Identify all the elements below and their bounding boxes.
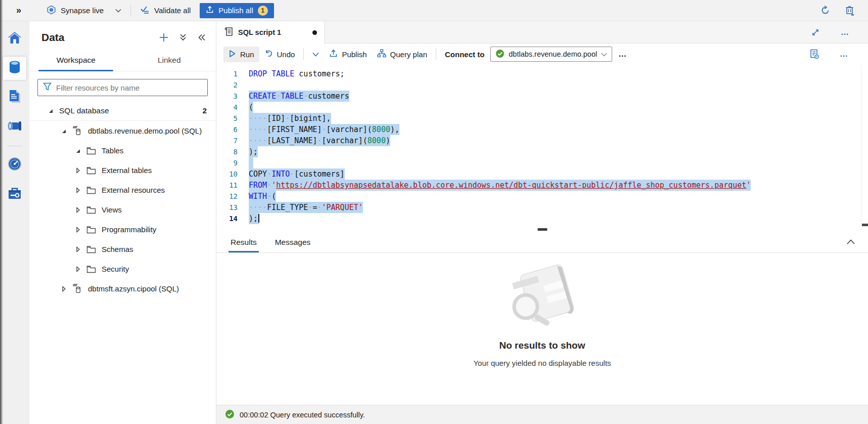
code-line[interactable]: 9 — [216, 157, 868, 168]
nav-develop-button[interactable] — [3, 86, 26, 109]
run-play-icon — [229, 50, 236, 59]
publish-label: Publish — [342, 50, 367, 59]
divider — [303, 48, 304, 60]
nav-monitor-button[interactable] — [3, 153, 26, 177]
run-button[interactable]: Run — [223, 47, 259, 62]
trash-icon[interactable] — [845, 5, 855, 16]
status-message: 00:00:02 Query executed successfully. — [240, 411, 365, 419]
scrollbar-thumb[interactable] — [862, 224, 868, 226]
chevron-collapsed-icon[interactable] — [75, 207, 81, 213]
tree-item-label: dbtmsft.azsyn.cipool (SQL) — [88, 284, 179, 293]
validate-all-button[interactable]: Validate all — [140, 6, 191, 16]
tree-item[interactable]: Security — [29, 259, 216, 279]
tree-item-label: External resources — [102, 186, 165, 194]
tree-item-label: Schemas — [102, 245, 133, 253]
chevron-expanded-icon[interactable] — [61, 128, 67, 134]
toolbar-more-icon[interactable]: … — [834, 50, 855, 59]
chevron-collapsed-icon[interactable] — [61, 286, 67, 292]
query-plan-button[interactable]: Query plan — [372, 46, 432, 62]
chevron-collapsed-icon[interactable] — [75, 246, 81, 252]
chevron-expanded-icon[interactable] — [48, 108, 54, 114]
tree-item-label: Security — [102, 265, 129, 273]
editor-scrollbar[interactable] — [861, 65, 868, 228]
properties-icon[interactable] — [809, 49, 819, 59]
add-resource-icon[interactable] — [159, 33, 168, 42]
publish-all-button[interactable]: Publish all 1 — [200, 3, 273, 18]
code-line[interactable]: 12WITH·( — [216, 191, 868, 202]
line-text: ( — [249, 102, 253, 113]
chevron-expanded-icon[interactable] — [75, 148, 81, 154]
code-line[interactable]: 10COPY·INTO·[customers] — [216, 168, 868, 180]
tab-messages[interactable]: Messages — [273, 238, 313, 252]
tab-more-icon[interactable]: … — [835, 28, 856, 37]
tree-item-label: Programmability — [102, 225, 156, 234]
folder-icon — [86, 186, 96, 194]
undo-button[interactable]: Undo — [259, 46, 300, 62]
filter-resources-box[interactable] — [37, 79, 208, 96]
code-line[interactable]: 6····[FIRST_NAME]·[varchar](8000), — [216, 124, 868, 135]
publish-button[interactable]: Publish — [324, 46, 372, 62]
code-line[interactable]: 14); — [216, 213, 868, 224]
results-tab-bar: Results Messages — [216, 231, 868, 253]
line-number: 14 — [216, 213, 249, 224]
expand-sidebar-icon[interactable]: » — [16, 5, 20, 16]
database-icon — [8, 60, 22, 77]
line-number: 5 — [216, 113, 249, 124]
filter-resources-input[interactable] — [56, 83, 202, 92]
sql-code-editor[interactable]: 1DROP TABLE customers;23CREATE·TABLE·cus… — [216, 65, 868, 228]
text-cursor — [258, 214, 259, 223]
tree-item-label: Views — [102, 205, 122, 214]
line-number: 11 — [216, 180, 249, 191]
tab-sql-script-1[interactable]: SQL script 1 — [216, 21, 325, 44]
tab-workspace[interactable]: Workspace — [29, 51, 123, 71]
chevron-collapsed-icon[interactable] — [75, 266, 81, 272]
code-line[interactable]: 13····FILE_TYPE·=·'PARQUET' — [216, 202, 868, 213]
tree-item[interactable]: SQL database2 — [29, 101, 216, 121]
code-line[interactable]: 3CREATE·TABLE·customers — [216, 91, 868, 102]
tab-linked[interactable]: Linked — [123, 51, 216, 71]
tab-title: SQL script 1 — [238, 28, 281, 36]
code-line[interactable]: 11FROM·'https://dbtlabsynapsedatalake.bl… — [216, 180, 868, 191]
code-line[interactable]: 1DROP TABLE customers; — [216, 68, 868, 79]
code-line[interactable]: 2 — [216, 79, 868, 91]
tree-item[interactable]: dbtmsft.azsyn.cipool (SQL) — [29, 279, 216, 299]
line-text: FROM·'https://dbtlabsynapsedatalake.blob… — [249, 180, 751, 191]
code-line[interactable]: 8); — [216, 146, 868, 157]
collapse-all-icon[interactable] — [179, 33, 187, 41]
gauge-icon — [7, 156, 22, 174]
connection-dropdown[interactable]: dbtlabs.revenue.demo.pool — [490, 47, 612, 62]
collapse-results-icon[interactable] — [847, 237, 855, 246]
editor-toolbar: Run Undo Publish — [216, 44, 868, 65]
filter-funnel-icon — [43, 82, 52, 93]
chevron-collapsed-icon[interactable] — [75, 187, 81, 193]
line-number: 12 — [216, 191, 249, 202]
code-line[interactable]: 7····[LAST_NAME]·[varchar](8000) — [216, 135, 868, 146]
nav-home-button[interactable] — [3, 27, 26, 51]
query-plan-label: Query plan — [390, 50, 427, 59]
collapse-panel-icon[interactable] — [198, 34, 206, 41]
tree-item[interactable]: Programmability — [29, 220, 216, 239]
refresh-icon[interactable] — [820, 5, 831, 16]
nav-integrate-button[interactable] — [3, 115, 26, 139]
synapse-live-icon — [47, 5, 56, 16]
tree-item[interactable]: Schemas — [29, 239, 216, 259]
line-number: 8 — [216, 146, 249, 157]
expand-editor-icon[interactable] — [811, 28, 819, 36]
line-text: ····[LAST_NAME]·[varchar](8000) — [249, 135, 390, 146]
nav-manage-button[interactable] — [3, 183, 26, 206]
tree-item[interactable]: External tables — [29, 160, 216, 180]
nav-data-button[interactable] — [3, 57, 26, 80]
tab-results[interactable]: Results — [229, 238, 259, 252]
code-line[interactable]: 5····[ID]·[bigint], — [216, 113, 868, 124]
code-line[interactable]: 4( — [216, 102, 868, 113]
tree-item[interactable]: Tables — [29, 141, 216, 160]
more-run-options-chevron[interactable] — [307, 49, 324, 60]
connection-more-icon[interactable]: … — [612, 50, 633, 59]
synapse-live-selector[interactable]: Synapse live — [47, 5, 121, 16]
tree-item[interactable]: External resources — [29, 180, 216, 200]
tree-item[interactable]: dbtlabs.revenue.demo.pool (SQL) — [29, 121, 216, 141]
left-navigation-rail — [0, 21, 29, 424]
chevron-collapsed-icon[interactable] — [75, 167, 81, 174]
chevron-collapsed-icon[interactable] — [75, 227, 81, 233]
tree-item[interactable]: Views — [29, 200, 216, 220]
